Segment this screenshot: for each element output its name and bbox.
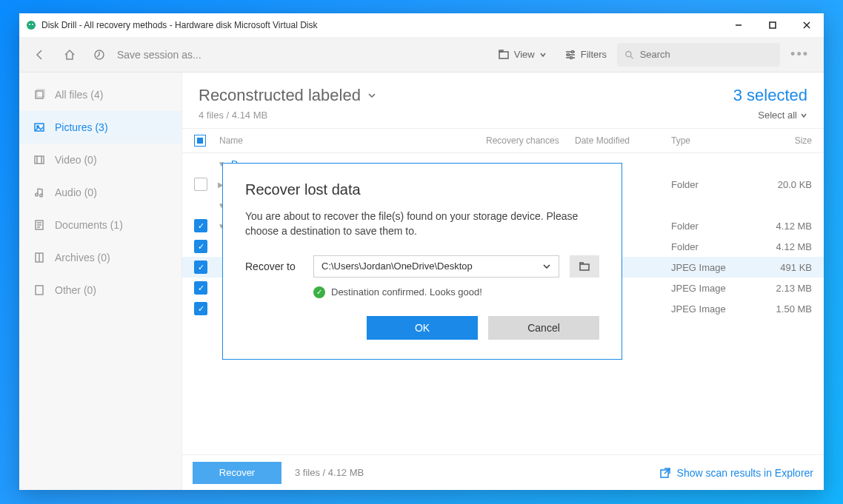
show-in-explorer-link[interactable]: Show scan results in Explorer xyxy=(659,467,813,479)
ok-button[interactable]: OK xyxy=(367,316,478,340)
maximize-button[interactable] xyxy=(756,13,790,37)
col-name[interactable]: Name xyxy=(219,135,486,146)
sidebar-item-label: Video (0) xyxy=(55,154,97,166)
svg-point-2 xyxy=(32,24,33,25)
footer-info: 3 files / 4.12 MB xyxy=(295,467,364,478)
external-icon xyxy=(659,467,671,479)
folder-icon xyxy=(498,49,510,61)
cancel-button[interactable]: Cancel xyxy=(488,316,599,340)
sidebar-item-pictures[interactable]: Pictures (3) xyxy=(19,111,181,144)
header-checkbox[interactable] xyxy=(194,135,206,147)
file-size: 20.0 KB xyxy=(753,179,812,190)
sidebar-item-label: Documents (1) xyxy=(55,219,123,231)
filters-button[interactable]: Filters xyxy=(557,41,614,68)
view-label: View xyxy=(514,49,535,60)
svg-point-25 xyxy=(40,194,43,197)
row-checkbox[interactable]: ✓ xyxy=(194,219,207,232)
minimize-button[interactable] xyxy=(722,13,756,37)
file-size: 491 KB xyxy=(753,262,812,273)
check-icon: ✓ xyxy=(313,286,325,298)
recover-dialog: Recover lost data You are about to recov… xyxy=(222,163,622,360)
row-checkbox[interactable]: ✓ xyxy=(194,302,207,315)
footer: Recover 3 files / 4.12 MB Show scan resu… xyxy=(182,454,824,490)
file-type: Folder xyxy=(671,179,753,190)
picture-icon xyxy=(33,121,46,134)
file-type: JPEG Image xyxy=(671,262,753,273)
stack-icon xyxy=(33,88,46,101)
file-type: Folder xyxy=(671,221,753,232)
svg-point-1 xyxy=(29,24,30,25)
sidebar: All files (4) Pictures (3) Video (0) Aud… xyxy=(19,73,182,490)
other-icon xyxy=(33,283,46,297)
sidebar-item-audio[interactable]: Audio (0) xyxy=(19,176,181,209)
page-title[interactable]: Reconstructed labeled xyxy=(199,86,377,105)
confirmation-message: ✓ Destination confirmed. Looks good! xyxy=(313,286,599,298)
chevron-down-icon xyxy=(542,262,551,271)
sidebar-item-documents[interactable]: Documents (1) xyxy=(19,209,181,241)
chevron-down-icon xyxy=(539,51,547,58)
svg-rect-4 xyxy=(770,22,776,28)
table-header: Name Recovery chances Date Modified Type… xyxy=(182,128,824,153)
sidebar-item-label: All files (4) xyxy=(55,89,103,101)
svg-point-12 xyxy=(571,50,573,53)
svg-line-16 xyxy=(630,56,633,58)
svg-point-14 xyxy=(570,56,572,58)
svg-rect-21 xyxy=(35,156,44,164)
sidebar-item-all[interactable]: All files (4) xyxy=(19,78,181,111)
file-type: Folder xyxy=(671,241,753,252)
sidebar-item-other[interactable]: Other (0) xyxy=(19,274,181,306)
view-dropdown[interactable]: View xyxy=(490,41,554,68)
selected-count: 3 selected xyxy=(733,86,807,105)
destination-path: C:\Users\Jordan\OneDrive\Desktop xyxy=(321,261,473,272)
save-session-label[interactable]: Save session as... xyxy=(117,49,201,61)
destination-combo[interactable]: C:\Users\Jordan\OneDrive\Desktop xyxy=(313,255,559,278)
row-checkbox[interactable] xyxy=(194,178,207,191)
back-button[interactable] xyxy=(27,41,53,68)
svg-point-15 xyxy=(626,51,631,56)
sidebar-item-label: Archives (0) xyxy=(55,252,110,263)
svg-rect-8 xyxy=(499,52,508,58)
col-date[interactable]: Date Modified xyxy=(575,135,671,146)
svg-point-13 xyxy=(567,53,569,56)
file-size: 4.12 MB xyxy=(753,221,812,232)
browse-button[interactable] xyxy=(570,255,599,278)
file-size: 2.13 MB xyxy=(753,283,812,294)
chevron-down-icon xyxy=(800,112,807,119)
sidebar-item-archives[interactable]: Archives (0) xyxy=(19,241,181,274)
col-recovery[interactable]: Recovery chances xyxy=(486,135,575,146)
svg-point-24 xyxy=(36,193,39,196)
chevron-down-icon xyxy=(367,90,377,101)
col-type[interactable]: Type xyxy=(671,135,753,146)
save-session-icon[interactable] xyxy=(86,41,113,68)
filters-label: Filters xyxy=(581,49,607,60)
window-title: Disk Drill - All recovery methods - Hard… xyxy=(41,20,318,30)
svg-line-34 xyxy=(664,468,670,474)
page-subtitle: 4 files / 4.14 MB xyxy=(199,110,377,121)
sidebar-item-label: Other (0) xyxy=(55,284,96,296)
select-all-button[interactable]: Select all xyxy=(733,110,807,121)
toolbar: Save session as... View Filters ••• xyxy=(19,37,824,73)
row-checkbox[interactable]: ✓ xyxy=(194,261,207,274)
file-type: JPEG Image xyxy=(671,303,753,315)
sidebar-item-video[interactable]: Video (0) xyxy=(19,144,181,176)
row-checkbox[interactable]: ✓ xyxy=(194,281,207,295)
more-button[interactable]: ••• xyxy=(783,47,816,62)
recover-button[interactable]: Recover xyxy=(193,462,281,484)
video-icon xyxy=(33,153,46,167)
row-checkbox[interactable]: ✓ xyxy=(194,240,207,253)
search-icon xyxy=(624,50,634,60)
file-type: JPEG Image xyxy=(671,283,753,294)
titlebar: Disk Drill - All recovery methods - Hard… xyxy=(19,13,824,37)
search-box[interactable] xyxy=(617,43,780,67)
home-button[interactable] xyxy=(56,41,83,68)
file-size: 1.50 MB xyxy=(753,303,812,315)
filters-icon xyxy=(564,49,576,61)
recover-to-label: Recover to xyxy=(245,261,303,272)
sidebar-item-label: Audio (0) xyxy=(55,187,97,198)
search-input[interactable] xyxy=(640,49,773,60)
dialog-body: You are about to recover the file(s) fou… xyxy=(245,209,599,239)
svg-rect-35 xyxy=(580,264,589,270)
col-size[interactable]: Size xyxy=(753,135,812,146)
close-button[interactable] xyxy=(790,13,824,37)
svg-point-0 xyxy=(27,21,36,30)
